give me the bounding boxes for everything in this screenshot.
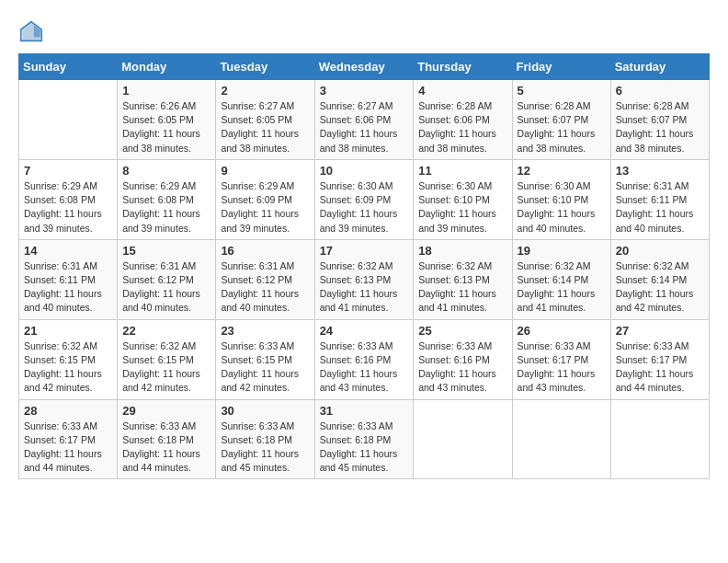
- logo: [18, 18, 48, 44]
- day-number: 8: [122, 164, 210, 178]
- day-number: 18: [418, 244, 506, 258]
- calendar-cell: 6Sunrise: 6:28 AM Sunset: 6:07 PM Daylig…: [610, 80, 709, 160]
- day-number: 1: [122, 84, 210, 98]
- cell-info: Sunrise: 6:33 AM Sunset: 6:16 PM Dayligh…: [320, 339, 409, 396]
- day-number: 26: [518, 324, 606, 338]
- cell-info: Sunrise: 6:33 AM Sunset: 6:16 PM Dayligh…: [418, 339, 506, 396]
- cell-info: Sunrise: 6:33 AM Sunset: 6:15 PM Dayligh…: [221, 339, 309, 396]
- cell-info: Sunrise: 6:31 AM Sunset: 6:11 PM Dayligh…: [616, 179, 704, 236]
- day-number: 12: [518, 164, 606, 178]
- calendar-cell: 29Sunrise: 6:33 AM Sunset: 6:18 PM Dayli…: [118, 399, 216, 479]
- day-number: 21: [24, 324, 112, 338]
- calendar-cell: 30Sunrise: 6:33 AM Sunset: 6:18 PM Dayli…: [216, 399, 314, 479]
- cell-info: Sunrise: 6:33 AM Sunset: 6:18 PM Dayligh…: [320, 419, 409, 476]
- day-number: 29: [122, 404, 210, 418]
- calendar-header-row: SundayMondayTuesdayWednesdayThursdayFrid…: [19, 54, 710, 80]
- cell-info: Sunrise: 6:32 AM Sunset: 6:13 PM Dayligh…: [418, 259, 506, 316]
- cell-info: Sunrise: 6:28 AM Sunset: 6:07 PM Dayligh…: [518, 99, 606, 155]
- cell-info: Sunrise: 6:31 AM Sunset: 6:11 PM Dayligh…: [24, 259, 112, 316]
- day-number: 14: [24, 244, 112, 258]
- day-number: 15: [122, 244, 210, 258]
- day-number: 7: [24, 164, 112, 178]
- cell-info: Sunrise: 6:27 AM Sunset: 6:06 PM Dayligh…: [320, 99, 409, 155]
- calendar-cell: 28Sunrise: 6:33 AM Sunset: 6:17 PM Dayli…: [19, 399, 118, 479]
- day-number: 23: [221, 324, 309, 338]
- calendar-cell: 22Sunrise: 6:32 AM Sunset: 6:15 PM Dayli…: [118, 319, 216, 399]
- calendar-cell: 14Sunrise: 6:31 AM Sunset: 6:11 PM Dayli…: [19, 239, 118, 319]
- day-number: 10: [320, 164, 409, 178]
- cell-info: Sunrise: 6:33 AM Sunset: 6:18 PM Dayligh…: [221, 419, 309, 476]
- calendar-week-row: 28Sunrise: 6:33 AM Sunset: 6:17 PM Dayli…: [19, 399, 710, 479]
- day-number: 6: [616, 84, 704, 98]
- cell-info: Sunrise: 6:28 AM Sunset: 6:06 PM Dayligh…: [418, 99, 506, 155]
- calendar-cell: 18Sunrise: 6:32 AM Sunset: 6:13 PM Dayli…: [414, 239, 512, 319]
- calendar-cell: 15Sunrise: 6:31 AM Sunset: 6:12 PM Dayli…: [118, 239, 216, 319]
- cell-info: Sunrise: 6:33 AM Sunset: 6:18 PM Dayligh…: [122, 419, 210, 476]
- cell-info: Sunrise: 6:32 AM Sunset: 6:13 PM Dayligh…: [320, 259, 409, 316]
- day-number: 9: [221, 164, 309, 178]
- calendar-week-row: 14Sunrise: 6:31 AM Sunset: 6:11 PM Dayli…: [19, 239, 710, 319]
- day-number: 27: [616, 324, 704, 338]
- column-header-friday: Friday: [512, 54, 610, 80]
- cell-info: Sunrise: 6:32 AM Sunset: 6:14 PM Dayligh…: [616, 259, 704, 316]
- cell-info: Sunrise: 6:33 AM Sunset: 6:17 PM Dayligh…: [24, 419, 112, 476]
- cell-info: Sunrise: 6:26 AM Sunset: 6:05 PM Dayligh…: [122, 99, 210, 155]
- calendar-cell: 19Sunrise: 6:32 AM Sunset: 6:14 PM Dayli…: [512, 239, 610, 319]
- cell-info: Sunrise: 6:32 AM Sunset: 6:15 PM Dayligh…: [122, 339, 210, 396]
- day-number: 17: [320, 244, 409, 258]
- day-number: 16: [221, 244, 309, 258]
- cell-info: Sunrise: 6:29 AM Sunset: 6:08 PM Dayligh…: [24, 179, 112, 236]
- calendar-cell: 21Sunrise: 6:32 AM Sunset: 6:15 PM Dayli…: [19, 319, 118, 399]
- day-number: 13: [616, 164, 704, 178]
- cell-info: Sunrise: 6:32 AM Sunset: 6:14 PM Dayligh…: [518, 259, 606, 316]
- calendar-cell: 20Sunrise: 6:32 AM Sunset: 6:14 PM Dayli…: [610, 239, 709, 319]
- day-number: 3: [320, 84, 409, 98]
- day-number: 30: [221, 404, 309, 418]
- calendar-cell: [512, 399, 610, 479]
- column-header-wednesday: Wednesday: [314, 54, 414, 80]
- cell-info: Sunrise: 6:31 AM Sunset: 6:12 PM Dayligh…: [122, 259, 210, 316]
- cell-info: Sunrise: 6:29 AM Sunset: 6:08 PM Dayligh…: [122, 179, 210, 236]
- calendar-cell: 9Sunrise: 6:29 AM Sunset: 6:09 PM Daylig…: [216, 159, 314, 239]
- calendar-cell: 17Sunrise: 6:32 AM Sunset: 6:13 PM Dayli…: [314, 239, 414, 319]
- calendar-cell: 27Sunrise: 6:33 AM Sunset: 6:17 PM Dayli…: [610, 319, 709, 399]
- cell-info: Sunrise: 6:31 AM Sunset: 6:12 PM Dayligh…: [221, 259, 309, 316]
- day-number: 24: [320, 324, 409, 338]
- logo-icon: [18, 18, 44, 44]
- calendar-cell: [19, 80, 118, 160]
- day-number: 20: [616, 244, 704, 258]
- calendar-cell: [414, 399, 512, 479]
- calendar-cell: 24Sunrise: 6:33 AM Sunset: 6:16 PM Dayli…: [314, 319, 414, 399]
- calendar-cell: 12Sunrise: 6:30 AM Sunset: 6:10 PM Dayli…: [512, 159, 610, 239]
- day-number: 4: [418, 84, 506, 98]
- cell-info: Sunrise: 6:29 AM Sunset: 6:09 PM Dayligh…: [221, 179, 309, 236]
- day-number: 19: [518, 244, 606, 258]
- day-number: 5: [518, 84, 606, 98]
- calendar-cell: 25Sunrise: 6:33 AM Sunset: 6:16 PM Dayli…: [414, 319, 512, 399]
- column-header-saturday: Saturday: [610, 54, 709, 80]
- calendar-cell: [610, 399, 709, 479]
- calendar-cell: 10Sunrise: 6:30 AM Sunset: 6:09 PM Dayli…: [314, 159, 414, 239]
- calendar-cell: 7Sunrise: 6:29 AM Sunset: 6:08 PM Daylig…: [19, 159, 118, 239]
- column-header-thursday: Thursday: [414, 54, 512, 80]
- day-number: 22: [122, 324, 210, 338]
- day-number: 2: [221, 84, 309, 98]
- calendar-week-row: 21Sunrise: 6:32 AM Sunset: 6:15 PM Dayli…: [19, 319, 710, 399]
- calendar-week-row: 1Sunrise: 6:26 AM Sunset: 6:05 PM Daylig…: [19, 80, 710, 160]
- column-header-sunday: Sunday: [19, 54, 118, 80]
- calendar-table: SundayMondayTuesdayWednesdayThursdayFrid…: [18, 53, 710, 479]
- cell-info: Sunrise: 6:27 AM Sunset: 6:05 PM Dayligh…: [221, 99, 309, 155]
- column-header-tuesday: Tuesday: [216, 54, 314, 80]
- cell-info: Sunrise: 6:28 AM Sunset: 6:07 PM Dayligh…: [616, 99, 704, 155]
- cell-info: Sunrise: 6:33 AM Sunset: 6:17 PM Dayligh…: [518, 339, 606, 396]
- day-number: 11: [418, 164, 506, 178]
- calendar-cell: 11Sunrise: 6:30 AM Sunset: 6:10 PM Dayli…: [414, 159, 512, 239]
- cell-info: Sunrise: 6:30 AM Sunset: 6:09 PM Dayligh…: [320, 179, 409, 236]
- calendar-cell: 23Sunrise: 6:33 AM Sunset: 6:15 PM Dayli…: [216, 319, 314, 399]
- cell-info: Sunrise: 6:30 AM Sunset: 6:10 PM Dayligh…: [518, 179, 606, 236]
- day-number: 25: [418, 324, 506, 338]
- calendar-cell: 13Sunrise: 6:31 AM Sunset: 6:11 PM Dayli…: [610, 159, 709, 239]
- column-header-monday: Monday: [118, 54, 216, 80]
- calendar-cell: 8Sunrise: 6:29 AM Sunset: 6:08 PM Daylig…: [118, 159, 216, 239]
- calendar-cell: 2Sunrise: 6:27 AM Sunset: 6:05 PM Daylig…: [216, 80, 314, 160]
